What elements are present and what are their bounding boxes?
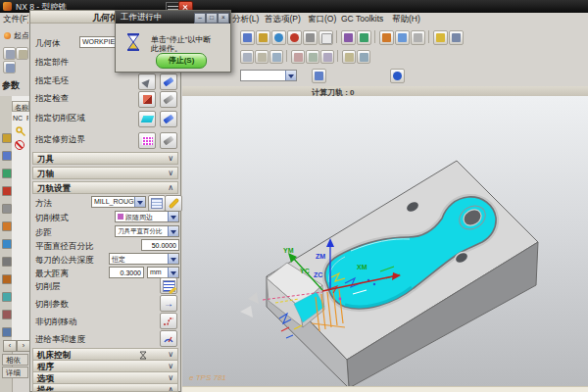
toolbar-icon[interactable] xyxy=(256,30,270,45)
toolbar-icon[interactable] xyxy=(16,47,28,60)
toolbar-icon[interactable] xyxy=(342,50,356,64)
menu-gc-toolkits[interactable]: GC Toolkits xyxy=(341,14,383,24)
menu-file[interactable]: 文件(F) xyxy=(3,14,28,25)
toolbar-icon[interactable] xyxy=(395,30,410,45)
chevron-down-icon: ∨ xyxy=(168,373,173,382)
method-tools-button[interactable] xyxy=(165,195,182,212)
menu-window[interactable]: 窗口(O) xyxy=(308,14,336,25)
dialog-maximize-icon[interactable]: □ xyxy=(206,13,218,24)
cut-parameters-label: 切削参数 xyxy=(35,299,69,311)
resource-bar-icon[interactable] xyxy=(2,204,12,214)
cut-pattern-dropdown[interactable]: 跟随周边 xyxy=(115,211,179,222)
navigator-prev-button[interactable]: ‹ xyxy=(3,340,17,352)
highlight-trim-button[interactable] xyxy=(160,132,177,149)
resource-bar-icon[interactable] xyxy=(2,186,12,196)
navigator-tree-node[interactable]: NC_P xyxy=(13,115,28,122)
chevron-down-icon: ∨ xyxy=(168,350,173,359)
resource-bar-icon[interactable] xyxy=(2,257,12,267)
select-cut-area-button[interactable] xyxy=(138,111,156,127)
highlight-blank-button[interactable] xyxy=(160,74,177,90)
bottom-status-strip xyxy=(182,386,588,392)
snap-point-icon[interactable] xyxy=(4,32,11,39)
cut-pattern-label: 切削模式 xyxy=(35,213,69,224)
toolbar-icon[interactable] xyxy=(312,69,326,83)
select-check-button[interactable] xyxy=(138,91,156,108)
toolbar-icon[interactable] xyxy=(3,61,16,74)
3d-scene: YM YC ZM ZC XM xyxy=(182,96,588,386)
cut-levels-label: 切削层 xyxy=(35,281,61,293)
section-tool[interactable]: 刀具∨ xyxy=(32,152,178,165)
select-blank-button[interactable] xyxy=(138,74,156,90)
resource-bar-icon[interactable] xyxy=(2,169,12,178)
tab-details[interactable]: 详细 xyxy=(2,367,28,378)
specify-cut-area-label: 指定切削区域 xyxy=(35,113,85,124)
section-tool-axis[interactable]: 刀轴∨ xyxy=(32,167,178,179)
resource-bar-icon[interactable] xyxy=(2,327,12,337)
menu-analysis[interactable]: 分析(L) xyxy=(232,14,259,25)
toolbar-icon[interactable] xyxy=(287,30,302,45)
resource-bar-icon[interactable] xyxy=(2,221,12,231)
axis-label-zm: ZM xyxy=(316,253,325,260)
toolbar-icon[interactable] xyxy=(379,30,394,45)
toolbar-icon[interactable] xyxy=(240,30,255,45)
feeds-speeds-label: 进给率和速度 xyxy=(35,334,85,346)
resource-bar-icon[interactable] xyxy=(2,292,12,302)
toolbar-icon[interactable] xyxy=(3,47,16,60)
section-actions[interactable]: 操作∧ xyxy=(32,383,178,392)
menu-preferences[interactable]: 首选项(P) xyxy=(265,14,301,25)
feeds-speeds-button[interactable] xyxy=(160,330,177,347)
method-label: 方法 xyxy=(35,198,52,210)
cut-levels-button[interactable] xyxy=(160,277,177,294)
highlight-check-button[interactable] xyxy=(160,91,177,108)
toolbar-icon[interactable] xyxy=(341,30,356,45)
navigator-name-column-header[interactable]: 名称 xyxy=(12,101,29,112)
toolbar-icon[interactable] xyxy=(270,50,283,64)
snap-start-point-label[interactable]: 起点 xyxy=(14,30,28,41)
toolbar-icon[interactable] xyxy=(433,30,448,45)
dialog-close-icon[interactable]: × xyxy=(218,13,229,24)
toolbar-icon[interactable] xyxy=(291,50,305,64)
resource-bar-icon[interactable] xyxy=(2,239,12,249)
dialog-minimize-icon[interactable]: – xyxy=(194,13,206,24)
toolbar-icon[interactable] xyxy=(357,30,371,45)
graphics-viewport[interactable]: YM YC ZM ZC XM xyxy=(182,96,588,386)
navigator-next-button[interactable]: › xyxy=(17,340,30,352)
toolbar-icon[interactable] xyxy=(449,30,464,45)
non-cutting-moves-button[interactable] xyxy=(160,313,177,329)
tab-dependencies[interactable]: 相依 xyxy=(2,354,28,366)
resource-bar-icon[interactable] xyxy=(2,133,12,143)
select-trim-button[interactable] xyxy=(138,132,156,149)
chevron-down-icon: ∨ xyxy=(168,362,173,370)
nx-application-window: NX 8 - 型腔铣 文件(F) 分析(L) 首选项(P) 窗口(O) GC T… xyxy=(0,0,588,392)
resource-bar-icon[interactable] xyxy=(2,274,12,284)
toolbar-icon[interactable] xyxy=(271,30,286,45)
specify-part-label: 指定部件 xyxy=(35,57,69,69)
toolbar-icon[interactable] xyxy=(306,50,319,64)
stop-button[interactable]: 停止(S) xyxy=(156,53,207,69)
highlight-cut-area-button[interactable] xyxy=(160,111,177,127)
resource-bar-icon[interactable] xyxy=(2,310,12,319)
max-distance-input[interactable] xyxy=(109,267,144,278)
percent-diameter-input[interactable] xyxy=(141,239,179,251)
toolbar-icon[interactable] xyxy=(357,50,370,64)
cut-parameters-button[interactable]: → xyxy=(160,295,177,312)
toolbar-icon[interactable] xyxy=(255,50,269,64)
toolbar-icon[interactable] xyxy=(303,30,318,45)
toolbar-icon[interactable] xyxy=(411,30,425,45)
section-path-settings[interactable]: 刀轨设置∧ xyxy=(32,181,178,194)
axis-label-ym: YM xyxy=(283,247,294,254)
method-dropdown[interactable]: MILL_ROUGH xyxy=(91,196,146,208)
depth-per-cut-dropdown[interactable]: 恒定 xyxy=(109,253,179,265)
toolbar-icon[interactable] xyxy=(390,69,405,83)
depth-per-cut-label: 每刀的公共深度 xyxy=(35,255,94,267)
edit-method-button[interactable] xyxy=(148,195,166,212)
stepover-dropdown[interactable]: 刀具平直百分比 xyxy=(115,225,179,237)
view-filter-combobox[interactable] xyxy=(240,70,297,81)
toolbar-icon[interactable] xyxy=(320,50,334,64)
nx-app-icon xyxy=(3,2,12,11)
menu-help[interactable]: 帮助(H) xyxy=(392,14,420,25)
toolbar-icon[interactable] xyxy=(240,50,254,64)
toolbar-icon[interactable] xyxy=(318,30,333,45)
geometry-label: 几何体 xyxy=(35,38,61,50)
resource-bar-icon[interactable] xyxy=(2,151,12,161)
